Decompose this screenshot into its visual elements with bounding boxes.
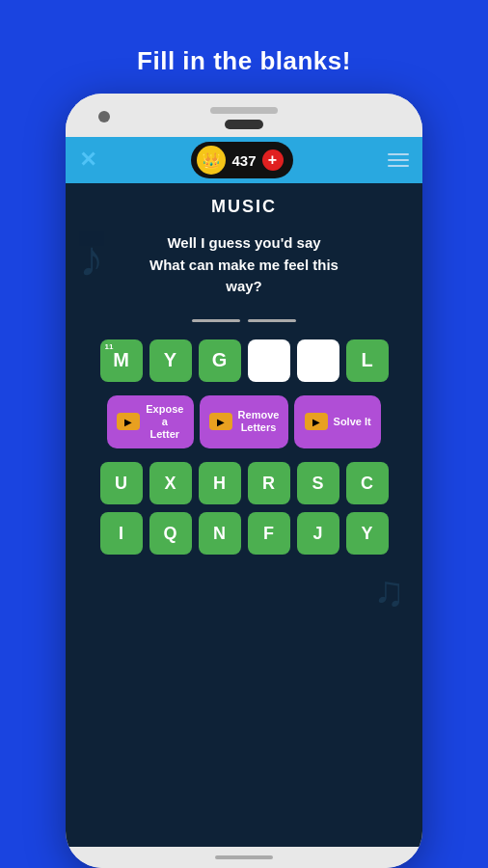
- remove-icon: ▶: [209, 413, 232, 430]
- menu-line-1: [388, 153, 409, 155]
- key-C[interactable]: C: [346, 462, 389, 504]
- phone-shell: ✕ 👑 437 + ♪ ♫ MUSIC Well I guess you'd s…: [66, 94, 422, 868]
- answer-blanks: [192, 319, 296, 322]
- blank-2: [248, 319, 296, 322]
- menu-line-3: [388, 165, 409, 167]
- speaker: [210, 107, 278, 114]
- game-area: ♪ ♫ MUSIC Well I guess you'd sayWhat can…: [66, 183, 422, 847]
- phone-bottom-bar: [66, 847, 422, 868]
- key-R[interactable]: R: [248, 462, 290, 504]
- key-F[interactable]: F: [248, 512, 290, 555]
- app-bar: ✕ 👑 437 +: [66, 137, 422, 183]
- menu-button[interactable]: [388, 153, 409, 167]
- remove-label: RemoveLetters: [238, 409, 280, 434]
- category-label: MUSIC: [211, 197, 277, 217]
- menu-line-2: [388, 159, 409, 161]
- home-indicator: [215, 855, 273, 859]
- blank-1: [192, 319, 240, 322]
- music-note-right-icon: ♫: [373, 567, 405, 615]
- phone-top-bar: [66, 94, 422, 137]
- key-Q[interactable]: Q: [149, 512, 192, 555]
- remove-letters-button[interactable]: ▶ RemoveLetters: [200, 395, 289, 449]
- key-row-2: I Q N F J Y: [77, 512, 411, 555]
- key-X[interactable]: X: [149, 462, 192, 504]
- music-note-left-icon: ♪: [79, 230, 104, 287]
- tile-empty-1[interactable]: [248, 339, 290, 382]
- keyboard: U X H R S C I Q N F J Y: [75, 462, 413, 555]
- crown-icon: 👑: [197, 146, 226, 175]
- expose-letter-button[interactable]: ▶ Exposea Letter: [107, 395, 193, 449]
- front-button: [225, 120, 263, 129]
- camera: [98, 111, 110, 122]
- score-display: 👑 437 +: [191, 142, 292, 178]
- key-N[interactable]: N: [199, 512, 241, 555]
- close-button[interactable]: ✕: [79, 148, 96, 173]
- tile-G[interactable]: G: [199, 339, 241, 382]
- tile-L[interactable]: L: [346, 339, 389, 382]
- key-Y[interactable]: Y: [346, 512, 389, 555]
- question-text: Well I guess you'd sayWhat can make me f…: [140, 232, 348, 298]
- tile-empty-2[interactable]: [297, 339, 339, 382]
- key-S[interactable]: S: [297, 462, 339, 504]
- solve-it-button[interactable]: ▶ Solve It: [294, 395, 380, 449]
- key-H[interactable]: H: [199, 462, 241, 504]
- top-instruction: Fill in the blanks!: [137, 46, 351, 76]
- tile-superscript: 11: [105, 342, 114, 351]
- powerup-row: ▶ Exposea Letter ▶ RemoveLetters ▶ Solve…: [107, 395, 381, 449]
- key-J[interactable]: J: [297, 512, 339, 555]
- key-U[interactable]: U: [100, 462, 143, 504]
- tile-M[interactable]: 11 M: [100, 339, 143, 382]
- score-value: 437: [231, 152, 256, 169]
- expose-icon: ▶: [117, 413, 140, 430]
- expose-label: Exposea Letter: [146, 403, 184, 442]
- solve-label: Solve It: [334, 416, 371, 428]
- tile-Y[interactable]: Y: [149, 339, 192, 382]
- key-I[interactable]: I: [100, 512, 143, 555]
- add-coins-button[interactable]: +: [262, 149, 284, 171]
- solve-icon: ▶: [305, 413, 328, 430]
- key-row-1: U X H R S C: [77, 462, 411, 504]
- letter-tiles-row: 11 M Y G L: [100, 339, 389, 382]
